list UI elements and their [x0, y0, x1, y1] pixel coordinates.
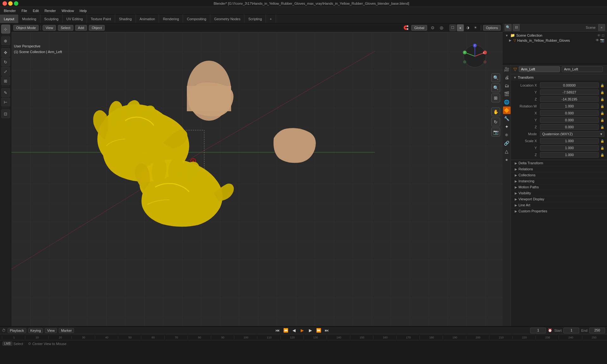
custom-properties-header[interactable]: ▶ Custom Properties: [511, 208, 607, 214]
scale-x-lock[interactable]: 🔒: [600, 139, 604, 143]
material-shading-btn[interactable]: ◑: [464, 24, 471, 31]
orbit-btn[interactable]: ↻: [491, 118, 500, 126]
outliner-object-item[interactable]: ▶ ▽ Hands_in_Yellow_Rubber_Gloves 👁 📷: [504, 38, 606, 43]
rotation-x-lock[interactable]: 🔒: [600, 112, 604, 115]
props-constraint-tab[interactable]: 🔗: [503, 139, 511, 147]
rendered-shading-btn[interactable]: ☀: [472, 24, 479, 31]
tab-shading[interactable]: Shading: [115, 15, 136, 23]
location-y-value[interactable]: -7.58927: [540, 89, 599, 95]
rotation-w-lock[interactable]: 🔒: [600, 105, 604, 108]
scene-select-icon[interactable]: ⊡: [602, 33, 604, 38]
options-btn[interactable]: Options: [483, 25, 501, 31]
proportional-icon[interactable]: ◎: [438, 24, 445, 31]
viewport-3d[interactable]: Object Mode View Select Add Object 🧲 Glo…: [11, 23, 503, 326]
minimize-button[interactable]: [8, 1, 13, 6]
tab-animation[interactable]: Animation: [136, 15, 159, 23]
prev-frame-btn[interactable]: ◀: [291, 327, 297, 334]
tab-add-workspace[interactable]: +: [266, 15, 276, 23]
rotation-mode-dropdown[interactable]: Quaternion (WXYZ) ▾: [540, 131, 604, 137]
visibility-header[interactable]: ▶ Visibility: [511, 190, 607, 196]
tool-cursor[interactable]: ⊕: [1, 36, 10, 45]
tab-compositing[interactable]: Compositing: [183, 15, 210, 23]
menu-edit[interactable]: Edit: [30, 8, 41, 13]
view-menu-btn[interactable]: View: [43, 25, 56, 31]
tab-geometry-nodes[interactable]: Geometry Nodes: [210, 15, 244, 23]
obj-eye-icon[interactable]: 👁: [596, 38, 599, 42]
rotation-x-value[interactable]: 0.000: [540, 110, 599, 116]
zoom-in-btn[interactable]: 🔍: [491, 73, 500, 82]
rotation-z-lock[interactable]: 🔒: [600, 125, 604, 129]
props-world-tab[interactable]: 🌐: [503, 98, 511, 106]
start-frame-input[interactable]: 1: [563, 328, 579, 333]
add-menu-btn[interactable]: Add: [75, 25, 87, 31]
tab-rendering[interactable]: Rendering: [159, 15, 183, 23]
object-data-name-input[interactable]: [562, 66, 603, 72]
keying-btn[interactable]: Keying: [28, 328, 43, 333]
collections-header[interactable]: ▶ Collections: [511, 172, 607, 178]
location-z-value[interactable]: -14.35195: [540, 96, 599, 102]
maximize-button[interactable]: [14, 1, 18, 6]
scene-eye-icon[interactable]: 👁: [597, 33, 601, 38]
snap-icon[interactable]: 🧲: [402, 24, 409, 31]
pan-btn[interactable]: ✋: [491, 107, 500, 116]
props-modifier-tab[interactable]: 🔧: [503, 115, 511, 122]
zoom-to-fit-btn[interactable]: ⊞: [491, 94, 500, 102]
marker-btn[interactable]: Marker: [59, 328, 74, 333]
menu-help[interactable]: Help: [77, 8, 89, 13]
props-scene-tab[interactable]: 🎬: [503, 90, 511, 98]
tab-modeling[interactable]: Modeling: [18, 15, 40, 23]
props-material-tab[interactable]: ●: [503, 156, 511, 163]
tool-transform[interactable]: ⊞: [1, 76, 10, 85]
outliner-filter-btn[interactable]: ⊟: [513, 24, 520, 31]
wireframe-shading-btn[interactable]: ☐: [449, 24, 456, 31]
close-button[interactable]: [3, 1, 7, 6]
menu-file[interactable]: File: [19, 8, 30, 13]
tool-rotate[interactable]: ↻: [1, 58, 10, 66]
props-view-layer-tab[interactable]: 🗂: [503, 82, 511, 89]
jump-start-btn[interactable]: ⏮: [274, 327, 281, 334]
line-art-header[interactable]: ▶ Line Art: [511, 202, 607, 208]
view-btn[interactable]: View: [45, 328, 57, 333]
props-object-data-tab[interactable]: △: [503, 148, 511, 155]
jump-end-btn[interactable]: ⏭: [324, 327, 330, 334]
tool-select[interactable]: ⊹: [1, 25, 10, 33]
tab-layout[interactable]: Layout: [0, 15, 18, 23]
props-physics-tab[interactable]: ⚛: [503, 131, 511, 139]
current-frame-input[interactable]: 1: [530, 328, 546, 333]
object-menu-btn[interactable]: Object: [89, 25, 105, 31]
next-keyframe-btn[interactable]: ⏩: [316, 327, 322, 334]
tool-add-primitive[interactable]: ⊡: [1, 109, 10, 118]
outliner-scene-collection[interactable]: ▼ 📁 Scene Collection 👁 ⊡: [504, 33, 606, 38]
props-object-tab[interactable]: 🔶: [503, 106, 511, 114]
menu-blender[interactable]: Blender: [1, 8, 18, 13]
menu-window[interactable]: Window: [59, 8, 77, 13]
camera-view-btn[interactable]: 📷: [491, 128, 500, 136]
outliner-search-btn[interactable]: 🔍: [505, 24, 512, 31]
relations-header[interactable]: ▶ Relations: [511, 166, 607, 172]
tool-measure[interactable]: ⊢: [1, 98, 10, 106]
outliner-add-btn[interactable]: +: [598, 24, 605, 31]
global-btn[interactable]: Global: [411, 25, 427, 31]
viewport-canvas[interactable]: User Perspective (1) Scene Collection | …: [11, 32, 503, 326]
props-render-tab[interactable]: 🎥: [503, 65, 511, 73]
tool-scale[interactable]: ⤢: [1, 67, 10, 76]
location-x-value[interactable]: 0.00000: [540, 82, 599, 88]
object-name-input[interactable]: [519, 66, 560, 72]
timeline-ruler[interactable]: 1 10 20 30 40 50 60 70 80 90 100 110 120…: [0, 334, 607, 341]
select-menu-btn[interactable]: Select: [58, 25, 73, 31]
scale-z-lock[interactable]: 🔒: [600, 153, 604, 157]
pivot-icon[interactable]: ⊙: [429, 24, 436, 31]
tab-uv-editing[interactable]: UV Editing: [63, 15, 87, 23]
location-y-lock[interactable]: 🔒: [600, 91, 604, 94]
props-output-tab[interactable]: 🖨: [503, 74, 511, 81]
transform-header[interactable]: ▼ Transform: [511, 74, 607, 81]
rotation-y-value[interactable]: 0.000: [540, 117, 599, 123]
props-particles-tab[interactable]: ✦: [503, 123, 511, 130]
tab-scripting[interactable]: Scripting: [244, 15, 266, 23]
obj-render-icon[interactable]: 📷: [600, 38, 604, 42]
axis-gizmo[interactable]: X Y Z: [462, 44, 487, 69]
tab-sculpting[interactable]: Sculpting: [40, 15, 63, 23]
rotation-y-lock[interactable]: 🔒: [600, 118, 604, 122]
delta-transform-header[interactable]: ▶ Delta Transform: [511, 160, 607, 166]
tool-move[interactable]: ✥: [1, 48, 10, 57]
